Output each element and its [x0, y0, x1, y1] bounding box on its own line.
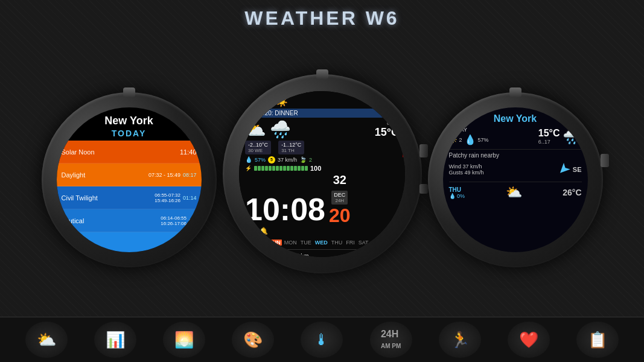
mid-weather-icons: ⛅ 🌧️ — [245, 119, 291, 139]
run-btn[interactable]: 🏃 — [439, 322, 481, 358]
right-thu-rain: 💧 0% — [449, 193, 465, 199]
crown-right-right — [601, 154, 609, 167]
left-row-nautical: nautical 06:14-06:5516:26-17:06 01: — [57, 209, 202, 232]
chart-btn[interactable]: 📊 — [94, 322, 136, 358]
mid-clock-display: 10:08 — [245, 194, 325, 225]
right-thu-icon: ⛅ — [506, 185, 522, 200]
mid-battery-pct: 100 — [310, 165, 321, 172]
right-thu-info: THU 💧 0% — [449, 186, 465, 199]
list-btn[interactable]: 📋 — [576, 322, 619, 358]
mid-th-temp: -1..12°C — [281, 142, 301, 148]
thermo-btn[interactable]: 🌡 — [301, 322, 343, 358]
mid-watch: 07:32 ▲ ☀️ 🔔 10:08 📅 18:20: DINNER — [223, 74, 422, 273]
mid-weather-area: ⛅ 🌧️ 6..17 15°C — [245, 119, 399, 139]
right-today-label: TODAY — [449, 127, 489, 133]
mid-alarm-time: 10:08 — [385, 96, 399, 102]
right-drop-icon: 💧 — [464, 134, 476, 145]
clock-mode-icon: 24HAM PM — [381, 329, 401, 351]
right-gusts: Gusts 49 km/h — [449, 170, 484, 176]
mid-steps-row: ♟ 2.52 km — [245, 251, 399, 257]
watches-container: New York TODAY Solar Noon 11:40 Daylight… — [0, 30, 644, 325]
left-today-label: TODAY — [112, 129, 146, 141]
mid-calendar-event: 18:20: DINNER — [257, 110, 298, 116]
weather-btn[interactable]: ⛅ — [25, 322, 68, 358]
mid-temp-area: 6..17 15°C — [375, 120, 399, 139]
right-wind-labels: Wind 37 km/h Gusts 49 km/h — [449, 164, 484, 176]
left-label-civil: Civil Twilight — [62, 194, 155, 202]
clock-mode-btn[interactable]: 24HAM PM — [370, 322, 412, 358]
right-today-row: TODAY ☀ 2 💧 57% 15°C 6..17 — [449, 127, 582, 145]
left-label-nautical: nautical — [62, 217, 161, 224]
mid-screen-content: 07:32 ▲ ☀️ 🔔 10:08 📅 18:20: DINNER — [239, 91, 405, 257]
weather-icon: ⛅ — [37, 331, 56, 349]
right-city: New York — [449, 113, 582, 124]
mid-temp-range: 6..17 — [375, 120, 399, 126]
right-desc: Patchy rain nearby — [449, 152, 582, 159]
sunrise-btn[interactable]: 🌅 — [163, 322, 205, 358]
right-thu-row: THU 💧 0% ⛅ 26°C — [449, 185, 582, 200]
toolbar: ⛅ 📊 🌅 🎨 🌡 24HAM PM 🏃 ❤️ 📋 — [0, 317, 644, 362]
mid-top-row: 07:32 ▲ ☀️ 🔔 10:08 — [245, 96, 399, 107]
list-icon: 📋 — [588, 331, 607, 349]
left-time-last: 05:36 - 0 — [177, 241, 197, 246]
mid-day-tue: TUE — [301, 240, 311, 246]
left-row-solar: Solar Noon 11:40 — [57, 141, 202, 164]
left-watch-screen: New York TODAY Solar Noon 11:40 Daylight… — [57, 107, 202, 252]
mid-face-icon: 😐 — [245, 226, 255, 236]
right-direction: SE — [573, 166, 582, 173]
mid-timezone-row: EEST | SUN MON TUE WED THU FRI SAT — [245, 237, 399, 250]
left-dur-nautical: 01: — [189, 218, 197, 224]
left-dur-civil: 01:14 — [183, 195, 197, 201]
left-row-daylight: Daylight 07:32 - 15:49 08:17 — [57, 164, 202, 186]
left-label-daylight: Daylight — [62, 171, 148, 179]
mid-drop-icon: 💧 — [245, 156, 252, 163]
heart-gauge-icon: ❤️ — [519, 331, 538, 349]
mid-battery-segs — [254, 166, 308, 171]
mid-time-arrow: ▲ — [267, 99, 273, 106]
right-watch: New York TODAY ☀ 2 💧 57% — [428, 92, 603, 267]
left-row-civil: Civil Twilight 06:55-07:3215:49-16:26 01… — [57, 186, 202, 209]
right-divider-2 — [449, 182, 582, 182]
mid-we-label: 30 WE — [248, 148, 268, 153]
mid-battery-bar: ⚡ 100 — [245, 165, 399, 172]
mid-day-we: -2..10°C 30 WE — [245, 141, 271, 154]
right-screen-content: New York TODAY ☀ 2 💧 57% — [443, 107, 588, 252]
mid-date-month: DEC — [334, 192, 345, 198]
left-dur-daylight: 08:17 — [183, 172, 197, 178]
palette-btn[interactable]: 🎨 — [232, 322, 274, 358]
left-row-last: ight 05:36 - 0 — [57, 232, 202, 252]
sunrise-icon: 🌅 — [174, 331, 194, 349]
right-temp-block: 15°C 6..17 — [538, 128, 560, 145]
mid-distance: 2.52 km — [287, 253, 309, 257]
crown-top-left — [123, 87, 135, 97]
crown-right-mid — [419, 144, 428, 157]
mid-seconds: 32 — [333, 173, 346, 187]
mid-day-th: -1..12°C 31 TH — [278, 141, 304, 154]
left-time-civil: 06:55-07:3215:49-16:26 — [155, 192, 180, 203]
heart-btn[interactable]: ❤️ — [508, 322, 550, 358]
mid-sun-icon: ☀️ — [276, 96, 288, 107]
right-direction-area: ➤ SE — [558, 161, 582, 178]
mid-alarm-area: 🔔 10:08 — [377, 96, 399, 102]
left-city: New York — [104, 107, 153, 129]
mid-temp-main: 15°C — [375, 126, 399, 139]
mid-date-box: DEC 24H — [331, 191, 348, 205]
right-today-left: TODAY ☀ 2 💧 57% — [449, 127, 489, 145]
mid-humidity: 57% — [255, 157, 266, 163]
mid-date-day: 20 — [329, 206, 351, 225]
thermo-icon: 🌡 — [314, 331, 330, 349]
left-rows: Solar Noon 11:40 Daylight 07:32 - 15:49 … — [57, 141, 202, 252]
mid-day-sat: SAT — [359, 240, 369, 246]
mid-day-mon: MON — [284, 240, 297, 246]
left-label-solar: Solar Noon — [62, 148, 180, 156]
crown-right2-mid — [419, 184, 428, 194]
mid-calendar-row: 📅 18:20: DINNER — [245, 109, 399, 118]
mid-stats-row: 💧 57% 5 37 km/h 🍃 2 — [245, 156, 399, 164]
mid-alarm-icon: 🔔 — [377, 96, 383, 102]
right-temp-range: 6..17 — [538, 139, 560, 145]
mid-day-sun: SUN — [268, 240, 282, 246]
right-watch-screen: New York TODAY ☀ 2 💧 57% — [443, 107, 588, 252]
right-sun-icon: ☀ — [449, 134, 457, 145]
left-time-daylight: 07:32 - 15:49 — [148, 172, 180, 178]
mid-we-temp: -2..10°C — [248, 142, 268, 148]
